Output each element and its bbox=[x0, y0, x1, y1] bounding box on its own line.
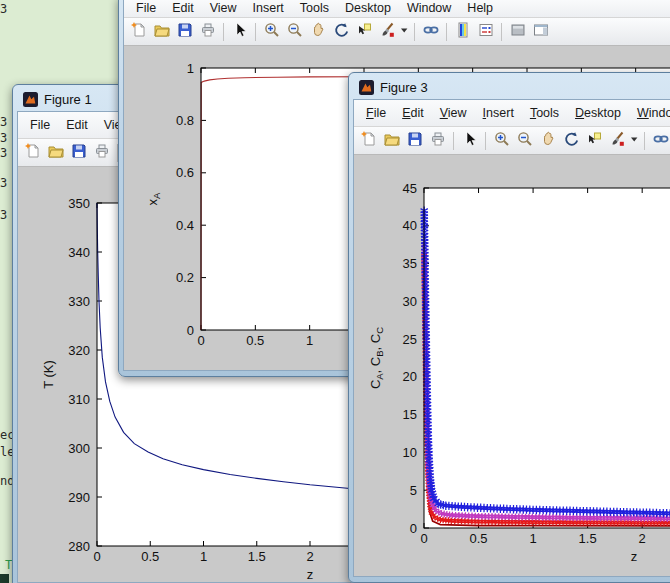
menu-item-edit[interactable]: Edit bbox=[394, 104, 432, 122]
brush-icon bbox=[379, 22, 395, 42]
pan-hand-button[interactable] bbox=[537, 130, 558, 151]
figure2-toolbar bbox=[124, 18, 670, 46]
data-cursor-button[interactable] bbox=[583, 130, 604, 151]
new-document-button[interactable] bbox=[128, 21, 149, 42]
toolbar-separator bbox=[414, 23, 415, 41]
pan-hand-button[interactable] bbox=[307, 21, 328, 42]
open-folder-button[interactable] bbox=[381, 130, 402, 151]
rotate-3d-button[interactable] bbox=[560, 130, 581, 151]
menu-item-tools[interactable]: Tools bbox=[292, 0, 337, 17]
data-cursor-icon bbox=[356, 22, 372, 42]
figure1-title: Figure 1 bbox=[44, 92, 92, 107]
menu-item-view[interactable]: View bbox=[432, 104, 475, 122]
link-plot-icon bbox=[653, 131, 669, 151]
menu-item-file[interactable]: File bbox=[358, 104, 394, 122]
editor-text-fragment: 3 bbox=[0, 2, 7, 16]
arrow-pointer-button[interactable] bbox=[229, 21, 250, 42]
figure3-toolbar bbox=[354, 127, 670, 155]
editor-text-fragment: 3 bbox=[0, 131, 7, 145]
zoom-out-icon bbox=[287, 22, 303, 42]
open-folder-button[interactable] bbox=[151, 21, 172, 42]
figure2-menubar: FileEditViewInsertToolsDesktopWindowHelp bbox=[124, 0, 670, 18]
menu-item-view[interactable]: View bbox=[202, 0, 245, 17]
menu-item-insert[interactable]: Insert bbox=[245, 0, 292, 17]
editor-text-fragment: 3 bbox=[0, 146, 7, 160]
hide-plot-tools-icon bbox=[510, 22, 526, 42]
matlab-logo-icon bbox=[359, 80, 374, 95]
rotate-3d-icon bbox=[563, 131, 579, 151]
arrow-pointer-button[interactable] bbox=[459, 130, 480, 151]
brush-button[interactable] bbox=[376, 21, 397, 42]
insert-colorbar-icon bbox=[455, 22, 471, 42]
menu-item-desktop[interactable]: Desktop bbox=[567, 104, 629, 122]
menu-item-insert[interactable]: Insert bbox=[475, 104, 522, 122]
new-document-button[interactable] bbox=[358, 130, 379, 151]
link-plot-icon bbox=[423, 22, 439, 42]
zoom-in-button[interactable] bbox=[261, 21, 282, 42]
editor-bottom-corner bbox=[0, 574, 9, 583]
menu-item-file[interactable]: File bbox=[128, 0, 164, 17]
caret-down-button[interactable] bbox=[629, 130, 639, 151]
save-floppy-button[interactable] bbox=[404, 130, 425, 151]
print-button[interactable] bbox=[91, 142, 112, 163]
caret-down-icon bbox=[400, 22, 409, 42]
data-cursor-icon bbox=[586, 131, 602, 151]
insert-legend-icon bbox=[478, 22, 494, 42]
new-document-icon bbox=[361, 131, 377, 151]
save-floppy-button[interactable] bbox=[174, 21, 195, 42]
menu-item-help[interactable]: Help bbox=[459, 0, 501, 17]
figure3-window: Figure 3 FileEditViewInsertToolsDesktopW… bbox=[348, 72, 670, 583]
menu-item-file[interactable]: File bbox=[22, 116, 58, 134]
toolbar-separator bbox=[255, 23, 256, 41]
figure3-title: Figure 3 bbox=[380, 80, 428, 95]
save-floppy-button[interactable] bbox=[68, 142, 89, 163]
menu-item-desktop[interactable]: Desktop bbox=[337, 0, 399, 17]
menu-item-window[interactable]: Window bbox=[629, 104, 670, 122]
menu-item-tools[interactable]: Tools bbox=[522, 104, 567, 122]
zoom-in-icon bbox=[494, 131, 510, 151]
arrow-pointer-icon bbox=[462, 131, 478, 151]
new-document-button[interactable] bbox=[22, 142, 43, 163]
rotate-3d-button[interactable] bbox=[330, 21, 351, 42]
insert-colorbar-button[interactable] bbox=[452, 21, 473, 42]
figure3-figure-canvas bbox=[354, 155, 670, 576]
toolbar-separator bbox=[485, 132, 486, 150]
figure3-titlebar[interactable]: Figure 3 bbox=[353, 75, 670, 99]
pan-hand-icon bbox=[310, 22, 326, 42]
print-button[interactable] bbox=[197, 21, 218, 42]
insert-legend-button[interactable] bbox=[475, 21, 496, 42]
desktop: 333333ectlerndT Figure 1 FileEditView 00… bbox=[0, 0, 670, 583]
matlab-logo-icon bbox=[23, 92, 38, 107]
show-plot-tools-button[interactable] bbox=[530, 21, 551, 42]
figure3-body: FileEditViewInsertToolsDesktopWindow bbox=[353, 99, 670, 577]
print-icon bbox=[430, 131, 446, 151]
zoom-out-icon bbox=[517, 131, 533, 151]
save-floppy-icon bbox=[407, 131, 423, 151]
zoom-out-button[interactable] bbox=[284, 21, 305, 42]
figure3-menubar: FileEditViewInsertToolsDesktopWindow bbox=[354, 100, 670, 127]
toolbar-separator bbox=[644, 132, 645, 150]
new-document-icon bbox=[25, 143, 41, 163]
menu-item-edit[interactable]: Edit bbox=[164, 0, 202, 17]
data-cursor-button[interactable] bbox=[353, 21, 374, 42]
link-plot-button[interactable] bbox=[420, 21, 441, 42]
arrow-pointer-icon bbox=[232, 22, 248, 42]
toolbar-separator bbox=[453, 132, 454, 150]
brush-icon bbox=[609, 131, 625, 151]
brush-button[interactable] bbox=[606, 130, 627, 151]
menu-item-edit[interactable]: Edit bbox=[58, 116, 96, 134]
hide-plot-tools-button[interactable] bbox=[507, 21, 528, 42]
caret-down-button[interactable] bbox=[399, 21, 409, 42]
menu-item-window[interactable]: Window bbox=[399, 0, 459, 17]
zoom-out-button[interactable] bbox=[514, 130, 535, 151]
pan-hand-icon bbox=[540, 131, 556, 151]
print-button[interactable] bbox=[427, 130, 448, 151]
editor-text-fragment: 3 bbox=[0, 208, 7, 222]
rotate-3d-icon bbox=[333, 22, 349, 42]
link-plot-button[interactable] bbox=[650, 130, 670, 151]
print-icon bbox=[200, 22, 216, 42]
open-folder-button[interactable] bbox=[45, 142, 66, 163]
save-floppy-icon bbox=[177, 22, 193, 42]
toolbar-separator bbox=[501, 23, 502, 41]
zoom-in-button[interactable] bbox=[491, 130, 512, 151]
